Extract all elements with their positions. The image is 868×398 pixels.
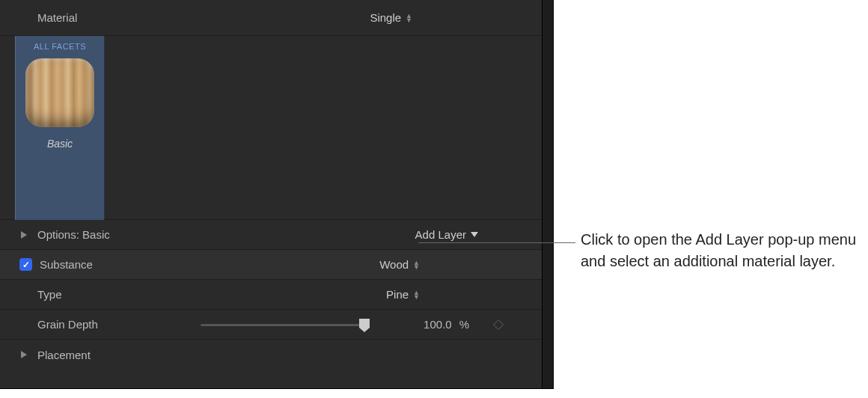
facet-tab-label: ALL FACETS (34, 42, 86, 51)
substance-value: Wood (379, 258, 409, 271)
disclosure-triangle-icon[interactable] (21, 231, 27, 239)
keyframe-diamond-icon[interactable] (493, 319, 504, 329)
updown-icon: ▲▼ (406, 13, 412, 22)
material-row: Material Single ▲▼ (0, 0, 553, 36)
material-preview-thumbnail (25, 58, 94, 127)
facet-all-facets[interactable]: ALL FACETS Basic (15, 36, 105, 220)
chevron-down-icon (471, 232, 478, 237)
callout-text: Click to open the Add Layer pop-up menu … (581, 229, 858, 272)
updown-icon: ▲▼ (413, 290, 420, 299)
type-label: Type (37, 288, 62, 301)
options-label: Options: Basic (37, 228, 110, 241)
add-layer-label: Add Layer (415, 228, 466, 241)
updown-icon: ▲▼ (413, 260, 420, 269)
options-row: Options: Basic Add Layer (0, 220, 553, 250)
material-mode-value: Single (370, 11, 401, 24)
grain-depth-value[interactable]: 100.0 (395, 318, 455, 331)
placement-label: Placement (37, 349, 91, 361)
grain-depth-row: Grain Depth 100.0 % (0, 310, 553, 340)
callout-leader-line (418, 242, 575, 243)
type-value: Pine (386, 288, 409, 301)
grain-depth-unit: % (459, 318, 469, 331)
facet-preset-name: Basic (47, 138, 73, 150)
facets-area: ALL FACETS Basic (0, 36, 553, 220)
substance-popup[interactable]: Wood ▲▼ (379, 258, 426, 271)
grain-depth-label: Grain Depth (37, 318, 98, 331)
type-row: Type Pine ▲▼ (0, 280, 553, 310)
placement-row: Placement (0, 340, 553, 370)
slider-thumb-icon[interactable] (359, 319, 370, 328)
substance-row: ✓ Substance Wood ▲▼ (0, 250, 553, 280)
material-label: Material (37, 11, 77, 24)
substance-label: Substance (40, 258, 93, 271)
inspector-panel: Material Single ▲▼ ALL FACETS Basic Opti… (0, 0, 554, 389)
add-layer-popup[interactable]: Add Layer (415, 228, 478, 241)
disclosure-triangle-icon[interactable] (21, 351, 27, 358)
grain-depth-slider[interactable] (201, 319, 365, 331)
substance-enable-checkbox[interactable]: ✓ (19, 258, 32, 271)
callout-area: Click to open the Add Layer pop-up menu … (554, 0, 868, 398)
material-mode-popup[interactable]: Single ▲▼ (370, 11, 418, 24)
type-popup[interactable]: Pine ▲▼ (386, 288, 426, 301)
